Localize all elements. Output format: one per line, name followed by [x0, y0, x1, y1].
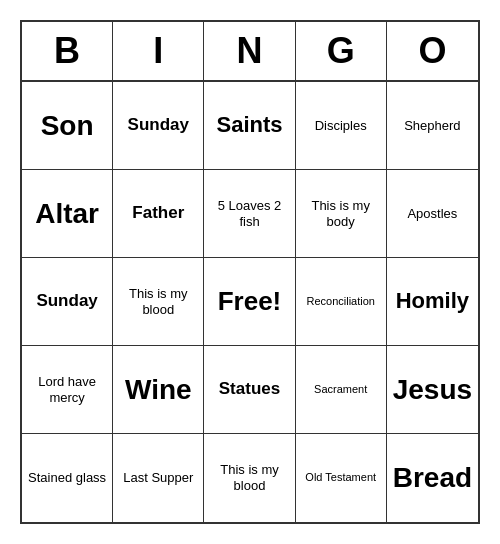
cell-text: Stained glass — [28, 470, 106, 486]
cell-text: Sunday — [36, 291, 97, 311]
cell-text: Sunday — [128, 115, 189, 135]
cell-text: Shepherd — [404, 118, 460, 134]
cell-r3-c1: Wine — [113, 346, 204, 434]
cell-r1-c2: 5 Loaves 2 fish — [204, 170, 295, 258]
cell-text: Reconciliation — [306, 295, 374, 308]
cell-text: Lord have mercy — [26, 374, 108, 405]
cell-r4-c3: Old Testament — [296, 434, 387, 522]
cell-text: 5 Loaves 2 fish — [208, 198, 290, 229]
cell-r1-c3: This is my body — [296, 170, 387, 258]
cell-text: This is my blood — [208, 462, 290, 493]
cell-text: Sacrament — [314, 383, 367, 396]
cell-text: Bread — [393, 461, 472, 495]
cell-r4-c2: This is my blood — [204, 434, 295, 522]
cell-r1-c1: Father — [113, 170, 204, 258]
cell-r3-c3: Sacrament — [296, 346, 387, 434]
cell-text: Free! — [218, 286, 282, 317]
cell-text: Altar — [35, 197, 99, 231]
bingo-header: BINGO — [22, 22, 478, 82]
cell-text: Old Testament — [305, 471, 376, 484]
cell-text: Last Supper — [123, 470, 193, 486]
cell-text: Statues — [219, 379, 280, 399]
cell-text: Disciples — [315, 118, 367, 134]
cell-r0-c2: Saints — [204, 82, 295, 170]
cell-r4-c1: Last Supper — [113, 434, 204, 522]
cell-r4-c4: Bread — [387, 434, 478, 522]
cell-text: This is my body — [300, 198, 382, 229]
cell-r2-c3: Reconciliation — [296, 258, 387, 346]
bingo-card: BINGO SonSundaySaintsDisciplesShepherdAl… — [20, 20, 480, 524]
cell-text: Homily — [396, 288, 469, 314]
cell-r0-c0: Son — [22, 82, 113, 170]
bingo-grid: SonSundaySaintsDisciplesShepherdAltarFat… — [22, 82, 478, 522]
cell-r0-c1: Sunday — [113, 82, 204, 170]
header-letter: O — [387, 22, 478, 80]
header-letter: N — [204, 22, 295, 80]
cell-r1-c4: Apostles — [387, 170, 478, 258]
cell-r0-c3: Disciples — [296, 82, 387, 170]
cell-text: Son — [41, 109, 94, 143]
cell-r3-c0: Lord have mercy — [22, 346, 113, 434]
cell-r4-c0: Stained glass — [22, 434, 113, 522]
header-letter: B — [22, 22, 113, 80]
cell-r2-c1: This is my blood — [113, 258, 204, 346]
header-letter: I — [113, 22, 204, 80]
header-letter: G — [296, 22, 387, 80]
cell-text: Father — [132, 203, 184, 223]
cell-r1-c0: Altar — [22, 170, 113, 258]
cell-r2-c0: Sunday — [22, 258, 113, 346]
cell-text: This is my blood — [117, 286, 199, 317]
cell-r0-c4: Shepherd — [387, 82, 478, 170]
cell-text: Jesus — [393, 373, 472, 407]
cell-r2-c4: Homily — [387, 258, 478, 346]
cell-r3-c2: Statues — [204, 346, 295, 434]
cell-text: Wine — [125, 373, 192, 407]
cell-text: Apostles — [407, 206, 457, 222]
cell-text: Saints — [216, 112, 282, 138]
cell-r2-c2: Free! — [204, 258, 295, 346]
cell-r3-c4: Jesus — [387, 346, 478, 434]
